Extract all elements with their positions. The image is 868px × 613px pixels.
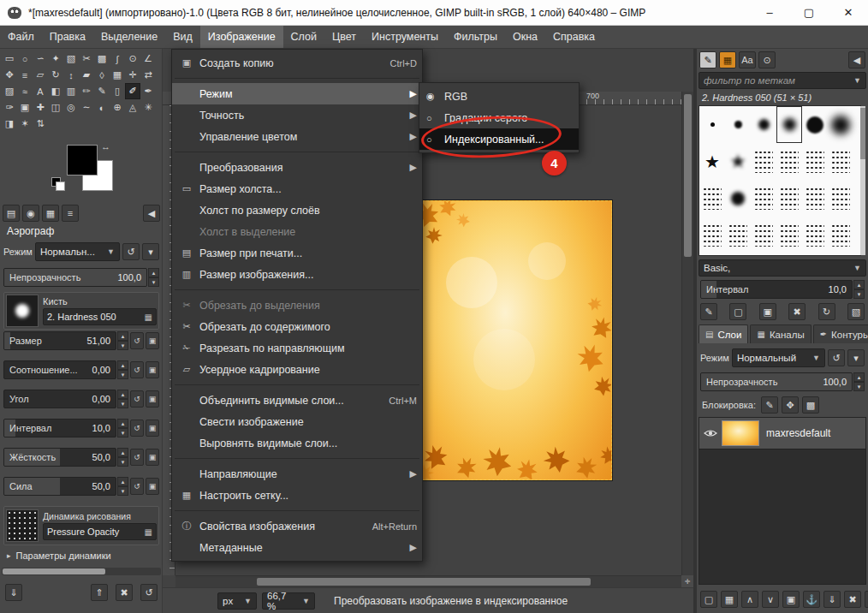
edit-dynamics-icon[interactable]: ▦: [145, 527, 152, 537]
delete-brush-icon[interactable]: ✖: [788, 303, 806, 320]
slider-track[interactable]: Непрозрачность100,0: [700, 372, 853, 391]
unit-select[interactable]: px ▼: [217, 592, 257, 610]
unified-transform-tool-icon[interactable]: ▦: [110, 67, 125, 83]
cage-transform-tool-icon[interactable]: ▨: [2, 83, 17, 99]
spin-up-icon[interactable]: ▴: [117, 419, 128, 428]
lower-layer-icon[interactable]: ∨: [762, 591, 779, 608]
spin-down-icon[interactable]: ▾: [148, 277, 159, 287]
canvas-image[interactable]: [418, 200, 612, 480]
tab-каналы[interactable]: ▦Каналы: [750, 324, 811, 343]
brush-item[interactable]: [751, 217, 776, 253]
collapse-toolbox-dock-icon[interactable]: ◀: [143, 205, 160, 222]
menubar-item[interactable]: Слой: [283, 26, 324, 48]
submenu-item[interactable]: ◉RGB: [419, 86, 579, 107]
gradient-tool-icon[interactable]: ▥: [63, 83, 79, 99]
slider-link-icon[interactable]: ▣: [146, 478, 159, 495]
brush-group-select[interactable]: Basic, ▼: [699, 259, 866, 277]
color-picker-tool-icon[interactable]: ⊙: [125, 51, 140, 67]
menu-item[interactable]: Свести изображение: [172, 411, 422, 432]
collapse-layers-dock-icon[interactable]: ◀: [865, 591, 868, 608]
menubar-item[interactable]: Правка: [42, 26, 93, 48]
heal-tool-icon[interactable]: ✚: [33, 99, 48, 116]
default-colors-icon[interactable]: [51, 177, 65, 191]
duplicate-brush-icon[interactable]: ▣: [759, 303, 776, 320]
slider-track[interactable]: Размер51,00: [3, 331, 116, 350]
brush-item[interactable]: [776, 106, 802, 143]
slider-link-icon[interactable]: ▣: [146, 449, 159, 466]
menu-item[interactable]: ▦Настроить сетку...: [172, 485, 422, 506]
brush-item[interactable]: [828, 217, 853, 253]
align-tool-icon[interactable]: ≡: [17, 67, 33, 83]
offset-tool-icon[interactable]: ⇅: [33, 116, 48, 132]
mode-options-icon[interactable]: ▾: [142, 243, 159, 260]
eraser-tool-icon[interactable]: ▯: [110, 83, 125, 99]
fonts-dialog-tab-icon[interactable]: Aa: [739, 51, 756, 68]
spin-down-icon[interactable]: ▾: [117, 428, 128, 437]
brush-item[interactable]: [828, 106, 853, 143]
collapse-right-dock-icon[interactable]: ◀: [848, 51, 865, 68]
brush-item[interactable]: [725, 106, 751, 143]
spin-up-icon[interactable]: ▴: [117, 448, 128, 457]
scrollbar-thumb[interactable]: [684, 94, 692, 257]
menubar-item[interactable]: Инструменты: [364, 26, 446, 48]
scissors-select-tool-icon[interactable]: ✂: [79, 51, 94, 67]
menu-item[interactable]: Холст по размеру слоёв: [172, 199, 422, 221]
brush-item[interactable]: [699, 106, 725, 143]
menu-item[interactable]: Режим▶: [172, 83, 422, 104]
menu-item[interactable]: ▥Размер изображения...: [172, 264, 422, 285]
brush-item[interactable]: [828, 180, 853, 217]
spin-up-icon[interactable]: ▴: [117, 477, 128, 486]
navigation-preview-icon[interactable]: ✛: [681, 575, 693, 587]
brush-grid-scrollbar[interactable]: [860, 106, 865, 255]
menubar-item[interactable]: Изображение: [200, 26, 283, 48]
spin-down-icon[interactable]: ▾: [853, 289, 865, 299]
slider-link-icon[interactable]: ▣: [146, 390, 159, 408]
lock-pixels-icon[interactable]: ✎: [761, 396, 778, 414]
text-tool-icon[interactable]: A: [33, 83, 48, 99]
brush-item[interactable]: [776, 143, 802, 180]
spin-up-icon[interactable]: ▴: [853, 280, 865, 289]
tool-options-tab-icon[interactable]: ▤: [3, 205, 20, 222]
spin-down-icon[interactable]: ▾: [117, 399, 128, 408]
brush-item[interactable]: ★: [725, 143, 751, 180]
brush-thumbnail[interactable]: [6, 295, 39, 327]
airbrush-tool-icon[interactable]: ✐: [125, 83, 140, 99]
open-brush-as-image-icon[interactable]: ▧: [847, 303, 865, 320]
menu-item[interactable]: ✁Разрезать по направляющим: [172, 337, 422, 359]
images-tab-icon[interactable]: ▦: [42, 205, 59, 222]
brush-selector[interactable]: Кисть 2. Hardness 050 ▦: [3, 292, 159, 330]
select-by-color-tool-icon[interactable]: ▧: [63, 51, 79, 67]
spin-up-icon[interactable]: ▴: [117, 390, 128, 399]
menu-item[interactable]: Выровнять видимые слои...: [172, 432, 422, 454]
brush-item[interactable]: ★: [699, 143, 725, 180]
scrollbar-thumb[interactable]: [257, 578, 591, 586]
menu-item[interactable]: ▤Размер при печати...: [172, 242, 422, 264]
brush-item[interactable]: [725, 217, 751, 253]
brush-item[interactable]: [751, 106, 776, 143]
layer-row[interactable]: maxresdefault: [699, 418, 865, 449]
paths-tool-icon[interactable]: ∫: [110, 51, 125, 67]
layer-mode-select[interactable]: Нормальный ▼: [732, 348, 825, 367]
slider-link-icon[interactable]: ▣: [146, 420, 159, 437]
scale-tool-icon[interactable]: ↕: [63, 67, 79, 83]
history-tab-icon[interactable]: ≡: [62, 205, 79, 222]
flip-tool-icon[interactable]: ⇄: [140, 67, 156, 83]
slider-link-icon[interactable]: ▣: [146, 361, 159, 378]
slider-reset-icon[interactable]: ↺: [130, 420, 144, 437]
brush-item[interactable]: [699, 217, 725, 253]
slider-link-icon[interactable]: ▣: [146, 332, 159, 349]
brush-item[interactable]: [828, 143, 853, 180]
refresh-brushes-icon[interactable]: ↻: [818, 303, 835, 320]
menu-item[interactable]: ▭Размер холста...: [172, 178, 422, 199]
paint-mode-select[interactable]: Нормальн... ▼: [35, 242, 120, 261]
menubar-item[interactable]: Вид: [165, 26, 200, 48]
delete-tool-preset-icon[interactable]: ✖: [116, 584, 133, 601]
lock-alpha-icon[interactable]: ▩: [802, 396, 819, 414]
slider-reset-icon[interactable]: ↺: [130, 449, 144, 466]
layer-thumbnail[interactable]: [722, 420, 759, 446]
layer-visibility-toggle[interactable]: [699, 428, 722, 438]
lock-position-icon[interactable]: ✥: [782, 396, 799, 414]
reset-mode-icon[interactable]: ↺: [122, 243, 140, 260]
document-history-tab-icon[interactable]: ⊙: [758, 51, 776, 68]
dynamics-name-field[interactable]: Pressure Opacity ▦: [43, 523, 157, 540]
